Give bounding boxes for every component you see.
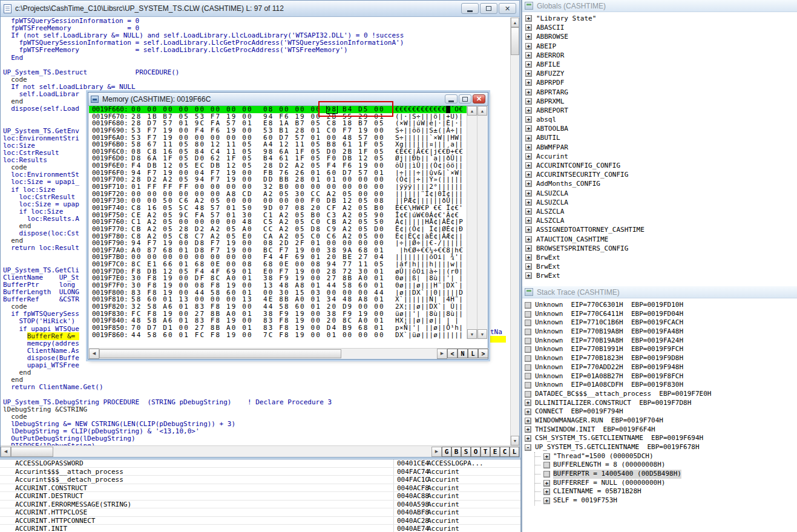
expand-plus-icon[interactable]: + [525, 208, 532, 215]
debugger-strip-button-o[interactable]: O [471, 447, 480, 457]
memory-row[interactable]: 0019F7C0:8C E1 66 01 68 0E 00 08 68 0E 0… [89, 261, 467, 268]
memory-nav-button-next[interactable]: > [478, 349, 488, 358]
globals-item[interactable]: +ABFUZZY [522, 69, 797, 78]
memory-row[interactable]: 0019F850:70 D7 D1 00 27 8B A0 01 83 F8 1… [89, 324, 467, 332]
globals-item[interactable]: +ABERROR [522, 51, 797, 60]
expand-plus-icon[interactable]: + [525, 79, 532, 86]
expand-plus-icon[interactable]: + [543, 488, 550, 495]
globals-item[interactable]: +absql [522, 115, 797, 124]
stack-local-variable[interactable]: +SELF = 0019F753H [535, 496, 797, 505]
expand-plus-icon[interactable]: + [543, 453, 550, 460]
globals-item[interactable]: +ATAUCTION_CASHTIME [522, 235, 797, 244]
scroll-left-icon[interactable]: ◀ [89, 349, 99, 359]
memory-row[interactable]: 0019F740:C8 16 05 5C 48 57 01 50 9D 07 0… [89, 205, 467, 212]
memory-restore-button[interactable] [459, 94, 471, 103]
stack-frame[interactable]: -UP_SYSTEM_TS.GETCLIENTNAME EBP=0019F678… [522, 443, 797, 452]
page-down-icon[interactable]: ▼ [477, 329, 487, 339]
close-button[interactable]: ✕ [499, 3, 516, 14]
stack-frame[interactable]: +CSH_SYSTEM_TS.GETCLIENTNAME EBP=0019F69… [522, 434, 797, 443]
expand-plus-icon[interactable]: + [525, 245, 532, 252]
expand-plus-icon[interactable]: + [525, 435, 531, 442]
stack-frame[interactable]: Unknown EIP=770ADD22H EBP=0019F948H [522, 363, 797, 372]
memory-nav-button-prev[interactable]: < [447, 349, 458, 358]
memory-horizontal-scrollbar[interactable]: ◀ ▶ <NL> [89, 348, 488, 358]
expand-plus-icon[interactable]: + [525, 43, 532, 50]
stack-frame[interactable]: Unknown EIP=770B19A8H EBP=0019FA24H [522, 337, 797, 346]
stack-local-variable[interactable]: +"Thread"=1500 (000005DCH) [535, 452, 797, 461]
expand-plus-icon[interactable]: + [525, 116, 532, 123]
globals-item[interactable]: +ALSZCLA [522, 216, 797, 225]
stack-local-variable[interactable]: +BUFFERREF = NULL (00000000H) [535, 479, 797, 488]
expand-plus-icon[interactable]: + [525, 418, 531, 424]
stack-frame[interactable]: +CONNECT EBP=0019F794H [522, 407, 797, 416]
expand-plus-icon[interactable]: + [525, 226, 532, 233]
expand-plus-icon[interactable]: + [525, 236, 532, 243]
globals-item[interactable]: +ACCURINTCONFIG_CONFIG [522, 161, 797, 170]
restore-button[interactable] [480, 3, 497, 14]
globals-item[interactable]: +ASSIGNEDTOATTORNEY_CASHTIME [522, 225, 797, 234]
stack-frame[interactable]: +DLLINITIALIZER.CONSTRUCT EBP=0019F7D8H [522, 399, 797, 408]
globals-item[interactable]: +BrwExt [522, 262, 797, 271]
symbol-row[interactable]: ACCESSLOGPASSWORD00401CE4ACCESSLOGPA... [0, 459, 520, 468]
scroll-track[interactable] [477, 116, 487, 329]
collapse-minus-icon[interactable]: - [525, 444, 531, 451]
stack-frame[interactable]: DATADEC_BC$$$__attach_process EBP=0019F7… [522, 390, 797, 399]
stack-frame[interactable]: Unknown EIP=770C6301H EBP=0019FD10H [522, 301, 797, 310]
expand-plus-icon[interactable]: + [525, 89, 532, 96]
symbol-row[interactable]: ACCURINT.DESTRUCT0040AC88Accurint [0, 492, 520, 501]
hscroll-thumb[interactable] [99, 349, 341, 358]
globals-item[interactable]: +ABASCII [522, 23, 797, 32]
expand-plus-icon[interactable]: + [543, 480, 550, 487]
memory-nav-button-n[interactable]: N [458, 349, 468, 358]
symbol-row[interactable]: Accurint$$$__attach_process004FAC74Accur… [0, 468, 520, 476]
source-horizontal-scrollbar[interactable]: ◀ ▶ GBSOTECL [1, 445, 519, 457]
globals-panel-titlebar[interactable]: Globals (CASHTIME) [522, 0, 797, 12]
stack-frame[interactable]: Unknown EIP=770B1823H EBP=0019F9D8H [522, 354, 797, 363]
expand-plus-icon[interactable]: + [525, 171, 532, 178]
scroll-up-icon[interactable]: ▲ [511, 18, 519, 27]
expand-plus-icon[interactable]: + [525, 190, 532, 197]
memory-close-button[interactable]: ✕ [473, 94, 485, 103]
stack-frame[interactable]: Unknown EIP=770C6411H EBP=0019FD04H [522, 310, 797, 319]
expand-plus-icon[interactable]: + [543, 498, 550, 504]
minimize-button[interactable] [461, 3, 479, 14]
symbol-row[interactable]: ACCURINT.HTTPCLOSE0040ABF8Accurint [0, 508, 520, 517]
globals-item[interactable]: +ABWMFPAR [522, 143, 797, 152]
globals-item[interactable]: +"Library State" [522, 14, 797, 23]
scroll-track[interactable] [467, 116, 477, 329]
expand-plus-icon[interactable]: + [525, 144, 532, 151]
stack-local-variable[interactable]: +CLIENTNAME = 05B71B28H [535, 487, 797, 496]
debugger-strip-button-s[interactable]: S [461, 447, 471, 457]
debugger-strip-button-g[interactable]: G [442, 447, 451, 457]
source-window-titlebar[interactable]: c:\Projects\CashTime_C10\Libsrc\UP_SYSTE… [1, 1, 519, 17]
symbol-row[interactable]: ACCURINT.INIT0040AE74Accurint [0, 525, 520, 532]
stack-frame[interactable]: +THISWINDOW.INIT EBP=0019F6F4H [522, 425, 797, 435]
expand-plus-icon[interactable]: + [525, 98, 532, 105]
hscroll-thumb[interactable] [11, 447, 53, 457]
expand-plus-icon[interactable]: + [525, 61, 532, 68]
globals-item[interactable]: +BrwExt [522, 271, 797, 280]
memory-hex-dump[interactable]: 0019F660:00 00 00 00 00 00 00 00 08 00 0… [89, 106, 467, 339]
globals-item[interactable]: +ABUTIL [522, 133, 797, 142]
expand-plus-icon[interactable]: + [525, 52, 532, 59]
memory-row[interactable]: 0019F7F0:30 F8 19 00 08 F8 19 00 13 48 A… [89, 282, 467, 289]
debugger-strip-button-b[interactable]: B [451, 447, 461, 457]
memory-nav-button-l[interactable]: L [468, 349, 478, 358]
expand-plus-icon[interactable]: + [525, 153, 532, 160]
debugger-strip-button-l[interactable]: L [510, 447, 519, 457]
scroll-right-icon[interactable]: ▶ [437, 349, 447, 359]
memory-row[interactable]: 0019F660:00 00 00 00 00 00 00 00 08 00 0… [89, 106, 467, 113]
globals-item[interactable]: +ABTOOLBA [522, 124, 797, 133]
globals-item[interactable]: +ABFILE [522, 60, 797, 69]
expand-plus-icon[interactable]: + [525, 70, 532, 77]
expand-plus-icon[interactable]: + [525, 254, 532, 261]
expand-plus-icon[interactable]: + [525, 162, 532, 169]
globals-item[interactable]: +ABBROWSE [522, 32, 797, 41]
stack-local-variable[interactable]: BUFFERPTR = 14005400 (00D5B498H) [535, 470, 797, 479]
expand-plus-icon[interactable]: + [525, 217, 532, 224]
scroll-down-icon[interactable]: ▼ [467, 329, 477, 339]
globals-item[interactable]: +ALSZCLA [522, 207, 797, 216]
stack-frame[interactable]: Unknown EIP=770B1991H EBP=0019F9FCH [522, 345, 797, 354]
globals-item[interactable]: +ACCURINTSECURITY_CONFIG [522, 170, 797, 179]
memory-row[interactable]: 0019F690:53 F7 19 00 F4 F6 19 00 53 B1 2… [89, 127, 467, 134]
